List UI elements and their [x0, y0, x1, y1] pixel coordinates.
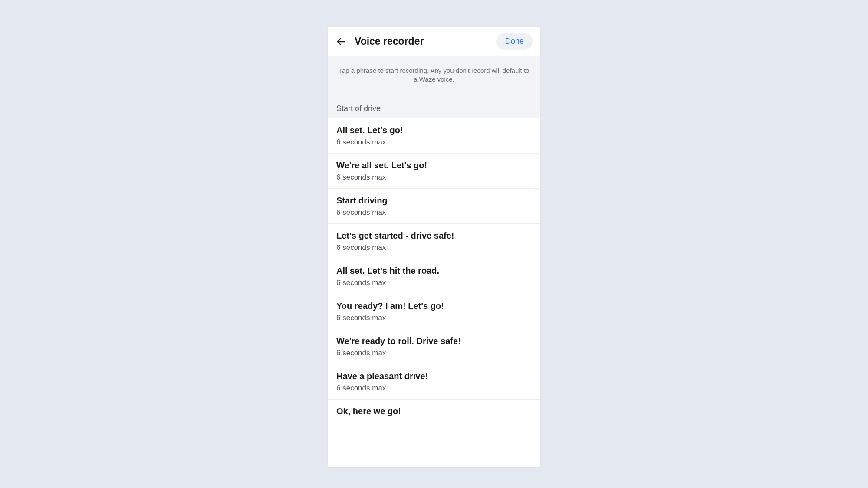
phrase-sub: 6 seconds max — [336, 138, 532, 147]
phrase-text: Start driving — [336, 196, 532, 206]
phrase-text: Let's get started - drive safe! — [336, 231, 532, 241]
section-header: Start of drive — [328, 94, 540, 118]
phrase-sub: 6 seconds max — [336, 349, 532, 357]
phrase-sub: 6 seconds max — [336, 314, 532, 322]
phrase-text: We're all set. Let's go! — [336, 160, 532, 170]
phrase-item[interactable]: You ready? I am! Let's go! 6 seconds max — [328, 294, 540, 329]
phrase-item[interactable]: Ok, here we go! 6 seconds max — [328, 400, 540, 420]
phrase-item[interactable]: Let's get started - drive safe! 6 second… — [328, 224, 540, 259]
page-title: Voice recorder — [355, 36, 496, 47]
phrase-sub: 6 seconds max — [336, 208, 532, 217]
phrase-sub: 6 seconds max — [336, 243, 532, 252]
app-screen: Voice recorder Done Tap a phrase to star… — [328, 27, 540, 467]
phrase-sub: 6 seconds max — [336, 278, 532, 287]
phrase-sub: 6 seconds max — [336, 173, 532, 182]
phrase-item[interactable]: All set. Let's hit the road. 6 seconds m… — [328, 259, 540, 294]
phrase-text: All set. Let's go! — [336, 125, 532, 135]
phrase-text: Have a pleasant drive! — [336, 371, 532, 381]
phrase-item[interactable]: Start driving 6 seconds max — [328, 189, 540, 224]
done-button[interactable]: Done — [496, 33, 533, 50]
phrase-text: You ready? I am! Let's go! — [336, 301, 532, 311]
phrase-text: We're ready to roll. Drive safe! — [336, 336, 532, 346]
phrase-text: All set. Let's hit the road. — [336, 266, 532, 276]
phrase-sub: 6 seconds max — [336, 384, 532, 393]
phrase-text: Ok, here we go! — [336, 406, 532, 416]
phrase-item[interactable]: All set. Let's go! 6 seconds max — [328, 118, 540, 154]
phrase-list: All set. Let's go! 6 seconds max We're a… — [328, 118, 540, 420]
instructions-text: Tap a phrase to start recording. Any you… — [328, 56, 540, 94]
phrase-item[interactable]: We're all set. Let's go! 6 seconds max — [328, 154, 540, 189]
toolbar: Voice recorder Done — [328, 27, 540, 56]
phrase-item[interactable]: We're ready to roll. Drive safe! 6 secon… — [328, 329, 540, 364]
back-icon[interactable] — [335, 36, 347, 47]
phrase-item[interactable]: Have a pleasant drive! 6 seconds max — [328, 364, 540, 400]
